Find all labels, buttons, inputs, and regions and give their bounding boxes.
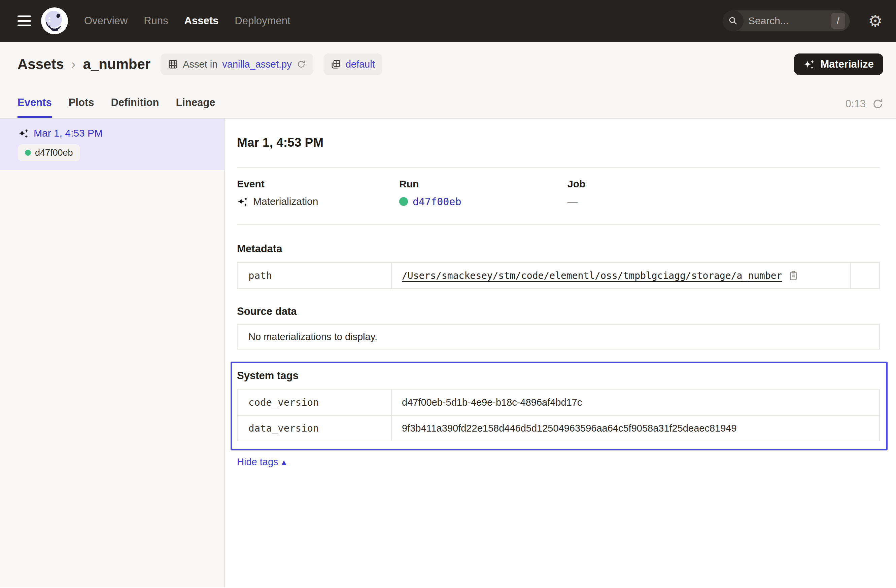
search-icon <box>723 11 744 31</box>
system-tag-key: data_version <box>238 416 392 441</box>
tab-lineage[interactable]: Lineage <box>176 97 215 118</box>
job-value: — <box>567 196 578 207</box>
breadcrumb-separator: › <box>72 57 76 71</box>
event-detail-panel: Mar 1, 4:53 PM Event Materialization Run… <box>225 119 896 587</box>
system-tag-key: code_version <box>238 389 392 415</box>
divider <box>237 224 880 225</box>
system-tag-value: d47f00eb-5d1b-4e9e-b18c-4896af4bd17c <box>402 397 582 408</box>
run-id-link[interactable]: d47f00eb <box>413 196 462 208</box>
nav-item-overview[interactable]: Overview <box>84 15 128 27</box>
event-column-label: Event <box>237 178 399 190</box>
materialize-button-label: Materialize <box>820 58 874 70</box>
nav-links: Overview Runs Assets Deployment <box>84 15 291 27</box>
search-input[interactable]: Search... / <box>723 11 850 31</box>
event-list-sidebar: Mar 1, 4:53 PM d47f00eb <box>0 119 225 587</box>
source-data-empty-state: No materializations to display. <box>237 324 880 349</box>
hamburger-menu-icon[interactable] <box>17 15 31 26</box>
table-row: data_version 9f3b411a390fd22e158d446d5d1… <box>238 415 879 441</box>
content: Mar 1, 4:53 PM d47f00eb Mar 1, 4:53 PM E… <box>0 119 896 587</box>
repo-stack-icon <box>331 59 341 69</box>
metadata-heading: Metadata <box>237 243 880 255</box>
metadata-key: path <box>238 263 392 288</box>
tab-events[interactable]: Events <box>17 97 52 118</box>
run-column-label: Run <box>399 178 567 190</box>
breadcrumb-assets-link[interactable]: Assets <box>17 56 64 72</box>
asset-definition-badge[interactable]: Asset in vanilla_asset.py <box>160 53 313 75</box>
metadata-table: path /Users/smackesey/stm/code/elementl/… <box>237 262 880 289</box>
dagster-logo-icon[interactable] <box>41 8 68 34</box>
copy-clipboard-icon[interactable] <box>788 270 799 281</box>
table-row: code_version d47f00eb-5d1b-4e9e-b18c-489… <box>238 389 879 415</box>
job-column-label: Job <box>567 178 880 190</box>
refresh-timer-value: 0:13 <box>846 98 866 110</box>
metadata-path-link[interactable]: /Users/smackesey/stm/code/elementl/oss/t… <box>402 270 782 281</box>
system-tags-heading: System tags <box>237 369 880 382</box>
system-tags-table: code_version d47f00eb-5d1b-4e9e-b18c-489… <box>237 389 880 441</box>
system-tag-value: 9f3b411a390fd22e158d446d5d12504963596aa6… <box>402 423 737 434</box>
breadcrumb: Assets › a_number Asset in vanilla_asset… <box>0 42 896 75</box>
materialize-button[interactable]: Materialize <box>794 53 883 75</box>
page-title: a_number <box>83 56 151 72</box>
asset-badge-prefix: Asset in <box>183 59 218 70</box>
nav-item-deployment[interactable]: Deployment <box>235 15 290 27</box>
asset-file-link[interactable]: vanilla_asset.py <box>222 59 291 70</box>
hide-tags-link[interactable]: Hide tags ▲ <box>237 456 286 468</box>
reload-icon[interactable] <box>297 59 306 69</box>
nav-item-runs[interactable]: Runs <box>144 15 168 27</box>
table-row: path /Users/smackesey/stm/code/elementl/… <box>238 263 879 288</box>
materialization-sparkle-icon <box>237 196 248 207</box>
refresh-icon[interactable] <box>872 98 884 110</box>
gear-icon[interactable]: ⚙ <box>868 13 882 29</box>
divider <box>237 167 880 168</box>
hide-tags-label: Hide tags <box>237 456 278 468</box>
event-type-value: Materialization <box>253 196 318 207</box>
run-status-dot <box>25 150 31 156</box>
tab-plots[interactable]: Plots <box>69 97 94 118</box>
tab-definition[interactable]: Definition <box>111 97 159 118</box>
top-nav: Overview Runs Assets Deployment Search..… <box>0 0 896 42</box>
repo-default-link[interactable]: default <box>346 59 375 70</box>
event-summary-row: Event Materialization Run d47f00eb Job — <box>237 178 880 209</box>
refresh-timer: 0:13 <box>846 98 884 118</box>
page-header: Assets › a_number Asset in vanilla_asset… <box>0 42 896 119</box>
repo-location-badge[interactable]: default <box>323 53 382 75</box>
run-chip-id: d47f00eb <box>35 148 73 158</box>
source-data-empty-message: No materializations to display. <box>248 331 377 342</box>
run-status-dot <box>399 197 408 206</box>
event-timestamp[interactable]: Mar 1, 4:53 PM <box>34 128 103 139</box>
search-shortcut-key: / <box>831 13 845 29</box>
materialization-sparkle-icon <box>18 128 29 138</box>
run-chip[interactable]: d47f00eb <box>18 144 80 161</box>
search-placeholder: Search... <box>748 15 831 27</box>
metadata-actions-cell <box>850 263 879 288</box>
nav-item-assets[interactable]: Assets <box>184 15 219 27</box>
tabs: Events Plots Definition Lineage 0:13 <box>17 97 884 118</box>
source-data-heading: Source data <box>237 305 880 318</box>
event-detail-title: Mar 1, 4:53 PM <box>237 135 880 150</box>
system-tags-highlight-box: System tags code_version d47f00eb-5d1b-4… <box>230 362 888 450</box>
asset-grid-icon <box>168 59 178 69</box>
caret-up-icon: ▲ <box>282 459 286 465</box>
sparkle-icon <box>803 59 815 70</box>
event-list-item-selected[interactable]: Mar 1, 4:53 PM d47f00eb <box>0 119 224 170</box>
